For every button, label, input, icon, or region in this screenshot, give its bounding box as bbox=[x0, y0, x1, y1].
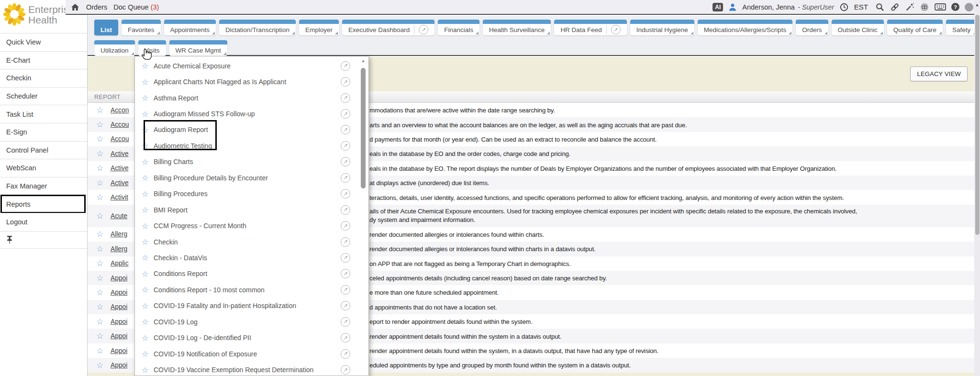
menu-item-ccm-progress[interactable]: ☆CCM Progress - Current Month↗ bbox=[135, 218, 368, 233]
favorite-star-icon[interactable]: ☆ bbox=[142, 110, 154, 119]
tab-health-surveillance[interactable]: Health Surveillance bbox=[483, 20, 551, 35]
report-link[interactable]: Appoi bbox=[111, 362, 127, 369]
sidebar-item-quick-view[interactable]: Quick View bbox=[0, 33, 87, 51]
favorite-star-icon[interactable]: ☆ bbox=[96, 105, 111, 115]
breadcrumb-orders[interactable]: Orders bbox=[86, 3, 107, 11]
menu-item-audiometric-testing[interactable]: ☆Audiometric Testing↗ bbox=[135, 138, 368, 154]
menu-item-billing-procedures[interactable]: ☆Billing Procedures↗ bbox=[135, 186, 368, 202]
open-in-new-icon[interactable]: ↗ bbox=[341, 253, 350, 263]
open-in-new-icon[interactable]: ↗ bbox=[341, 365, 350, 375]
favorite-star-icon[interactable]: ☆ bbox=[96, 360, 111, 370]
report-link[interactable]: Appoi bbox=[111, 347, 127, 354]
open-in-new-icon[interactable]: ↗ bbox=[341, 61, 350, 71]
report-link[interactable]: Active bbox=[111, 150, 129, 157]
home-icon[interactable] bbox=[70, 2, 80, 12]
report-link[interactable]: Appoi bbox=[111, 303, 127, 310]
favorite-star-icon[interactable]: ☆ bbox=[142, 269, 154, 278]
menu-item-conditions-report-10[interactable]: ☆Conditions Report - 10 most common↗ bbox=[135, 282, 368, 298]
tab-wr-case-mgmt[interactable]: WR Case Mgmt bbox=[169, 40, 227, 56]
user-name-and-role[interactable]: Anderson, Jenna - SuperUser bbox=[742, 3, 834, 11]
report-link[interactable]: Activit bbox=[111, 194, 128, 201]
open-in-new-icon[interactable]: ↗ bbox=[341, 77, 350, 87]
favorite-star-icon[interactable]: ☆ bbox=[96, 331, 111, 341]
scroll-up-arrow-icon[interactable]: ▲ bbox=[974, 0, 980, 8]
favorite-star-icon[interactable]: ☆ bbox=[142, 253, 154, 262]
tab-visits[interactable]: Visits bbox=[138, 40, 166, 56]
tab-industrial-hygiene[interactable]: Industrial Hygiene bbox=[630, 20, 694, 35]
favorite-star-icon[interactable]: ☆ bbox=[142, 221, 154, 231]
favorite-star-icon[interactable]: ☆ bbox=[96, 273, 111, 283]
favorite-star-icon[interactable]: ☆ bbox=[96, 134, 111, 144]
legacy-view-button[interactable]: LEGACY VIEW bbox=[910, 66, 968, 81]
report-link[interactable]: Appoi bbox=[111, 289, 127, 296]
favorite-star-icon[interactable]: ☆ bbox=[142, 349, 154, 358]
open-in-new-icon[interactable]: ↗ bbox=[419, 25, 428, 34]
open-in-new-icon[interactable]: ↗ bbox=[341, 189, 350, 199]
favorite-star-icon[interactable]: ☆ bbox=[96, 163, 111, 173]
sidebar-item-scheduler[interactable]: Scheduler bbox=[0, 87, 87, 105]
open-in-new-icon[interactable]: ↗ bbox=[341, 205, 350, 215]
favorite-star-icon[interactable]: ☆ bbox=[142, 93, 154, 102]
tab-list[interactable]: List bbox=[94, 20, 118, 35]
open-in-new-icon[interactable]: ↗ bbox=[611, 25, 621, 34]
favorite-star-icon[interactable]: ☆ bbox=[96, 149, 111, 159]
link-icon[interactable] bbox=[890, 2, 900, 12]
sidebar-item-e-sign[interactable]: E-Sign bbox=[0, 123, 87, 141]
open-in-new-icon[interactable]: ↗ bbox=[341, 109, 350, 119]
sidebar-item-webscan[interactable]: WebScan bbox=[0, 159, 87, 177]
presence-status-icon[interactable] bbox=[965, 3, 973, 11]
menu-item-covid-log-pii[interactable]: ☆COVID-19 Log - De-identified PII↗ bbox=[135, 330, 368, 345]
favorite-star-icon[interactable]: ☆ bbox=[142, 333, 154, 343]
menu-item-covid-log[interactable]: ☆COVID-19 Log↗ bbox=[135, 314, 368, 330]
ai-badge[interactable]: AI bbox=[713, 3, 723, 11]
report-link[interactable]: Allerg bbox=[111, 245, 127, 253]
open-in-new-icon[interactable]: ↗ bbox=[341, 349, 350, 359]
favorite-star-icon[interactable]: ☆ bbox=[96, 178, 111, 188]
favorite-star-icon[interactable]: ☆ bbox=[142, 125, 154, 134]
page-scrollbar-thumb[interactable] bbox=[975, 15, 980, 235]
tab-appointments[interactable]: Appointments bbox=[164, 20, 216, 35]
sidebar-item-control-panel[interactable]: Control Panel bbox=[0, 141, 87, 159]
tab-orders[interactable]: Orders bbox=[796, 20, 828, 35]
sidebar-item-fax-manager[interactable]: Fax Manager bbox=[0, 177, 87, 195]
menu-item-applicant-charts[interactable]: ☆Applicant Charts Not Flagged as Is Appl… bbox=[135, 74, 368, 89]
sidebar-item-reports[interactable]: Reports bbox=[0, 195, 87, 213]
favorite-star-icon[interactable]: ☆ bbox=[142, 173, 154, 182]
tab-outside-clinic[interactable]: Outside Clinic bbox=[832, 20, 884, 35]
report-link[interactable]: Appoi bbox=[111, 275, 127, 282]
favorite-star-icon[interactable]: ☆ bbox=[96, 229, 111, 239]
open-in-new-icon[interactable]: ↗ bbox=[341, 333, 350, 343]
menu-item-billing-charts[interactable]: ☆Billing Charts↗ bbox=[135, 154, 368, 170]
favorite-star-icon[interactable]: ☆ bbox=[96, 317, 111, 327]
help-icon[interactable]: ? bbox=[951, 3, 959, 11]
timezone-label[interactable]: EST bbox=[854, 3, 868, 11]
open-in-new-icon[interactable]: ↗ bbox=[341, 269, 350, 278]
favorite-star-icon[interactable]: ☆ bbox=[142, 77, 154, 87]
report-link[interactable]: Appoi bbox=[111, 318, 127, 325]
menu-item-covid-notification[interactable]: ☆COVID-19 Notification of Exposure↗ bbox=[135, 346, 368, 362]
page-scrollbar[interactable]: ▲ bbox=[974, 0, 980, 376]
tab-quality-of-care[interactable]: Quality of Care bbox=[887, 20, 943, 35]
globe-icon[interactable] bbox=[920, 2, 929, 12]
magic-wand-icon[interactable] bbox=[905, 2, 914, 12]
menu-item-conditions-report[interactable]: ☆Conditions Report↗ bbox=[135, 266, 368, 282]
tab-utilization[interactable]: Utilization bbox=[94, 40, 135, 56]
favorite-star-icon[interactable]: ☆ bbox=[96, 244, 111, 254]
menu-item-covid-fatality[interactable]: ☆COVID-19 Fatality and In-patient Hospit… bbox=[135, 298, 368, 314]
tab-medications-allergies-scripts[interactable]: Medications/Allergies/Scripts bbox=[698, 20, 793, 35]
favorite-star-icon[interactable]: ☆ bbox=[142, 301, 154, 310]
open-in-new-icon[interactable]: ↗ bbox=[341, 317, 350, 327]
report-link[interactable]: Accon bbox=[111, 107, 129, 114]
open-in-new-icon[interactable]: ↗ bbox=[341, 125, 350, 134]
open-in-new-icon[interactable]: ↗ bbox=[341, 93, 350, 103]
tab-employer[interactable]: Employer bbox=[299, 20, 339, 35]
clock-icon[interactable] bbox=[839, 2, 849, 12]
menu-item-bmi-report[interactable]: ☆BMI Report↗ bbox=[135, 202, 368, 218]
report-link[interactable]: Allerg bbox=[111, 231, 127, 238]
tab-dictation-transcription[interactable]: Dictation/Transcription bbox=[219, 20, 296, 35]
favorite-star-icon[interactable]: ☆ bbox=[142, 365, 154, 375]
favorite-star-icon[interactable]: ☆ bbox=[96, 211, 111, 221]
favorite-star-icon[interactable]: ☆ bbox=[96, 346, 111, 356]
menu-item-asthma-report[interactable]: ☆Asthma Report↗ bbox=[135, 90, 368, 106]
favorite-star-icon[interactable]: ☆ bbox=[96, 192, 111, 202]
